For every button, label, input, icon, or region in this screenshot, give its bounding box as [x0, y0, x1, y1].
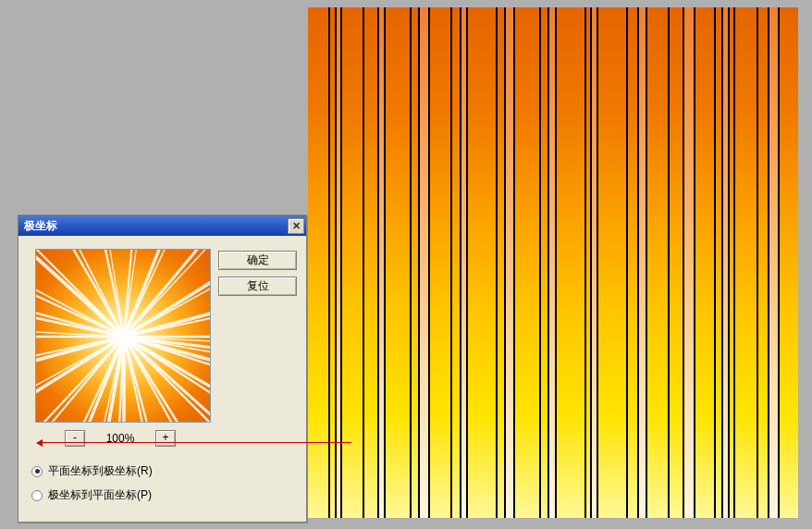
radio-icon [31, 490, 43, 501]
canvas-stripe [780, 7, 798, 518]
canvas-stripe [735, 7, 757, 518]
filter-preview[interactable] [35, 249, 211, 423]
dialog-titlebar[interactable]: 极坐标 ✕ [18, 215, 306, 236]
option-label: 极坐标到平面坐标(P) [48, 487, 152, 503]
canvas-stripe [670, 7, 683, 518]
annotation-arrow [39, 442, 351, 443]
canvas-stripe [557, 7, 584, 518]
reset-button[interactable]: 复位 [218, 277, 297, 296]
canvas-stripe [515, 7, 539, 518]
canvas-stripe [498, 7, 504, 518]
canvas-stripe [541, 7, 547, 518]
polar-coordinates-dialog: 极坐标 ✕ [18, 215, 307, 523]
canvas-stripe [468, 7, 496, 518]
canvas-stripe [695, 7, 714, 518]
canvas-stripe [386, 7, 410, 518]
canvas-stripe [420, 7, 428, 518]
canvas-stripe [430, 7, 450, 518]
option-polar-to-rect[interactable]: 极坐标到平面坐标(P) [31, 487, 152, 503]
canvas-stripe [647, 7, 668, 518]
radio-icon [31, 466, 43, 477]
canvas-stripe [452, 7, 460, 518]
canvas-stripe [412, 7, 418, 518]
canvas-stripe [758, 7, 768, 518]
canvas-stripe [364, 7, 377, 518]
canvas-stripe [598, 7, 626, 518]
image-canvas [308, 7, 798, 518]
close-icon: ✕ [292, 221, 301, 231]
zoom-controls: - 100% + [65, 430, 176, 447]
ok-button[interactable]: 确定 [218, 251, 297, 270]
canvas-stripe [684, 7, 694, 518]
close-button[interactable]: ✕ [288, 218, 304, 234]
option-label: 平面坐标到极坐标(R) [48, 463, 153, 479]
canvas-stripe [506, 7, 513, 518]
zoom-in-button[interactable]: + [155, 430, 176, 447]
canvas-stripe [769, 7, 778, 518]
dialog-body: 确定 复位 - 100% + 平面坐标到极坐标(R) 极坐标到平面坐标(P) [18, 236, 306, 522]
zoom-out-button[interactable]: - [65, 430, 85, 447]
canvas-stripe [639, 7, 646, 518]
option-rect-to-polar[interactable]: 平面坐标到极坐标(R) [31, 463, 153, 479]
canvas-stripe [628, 7, 637, 518]
dialog-title: 极坐标 [24, 218, 288, 234]
